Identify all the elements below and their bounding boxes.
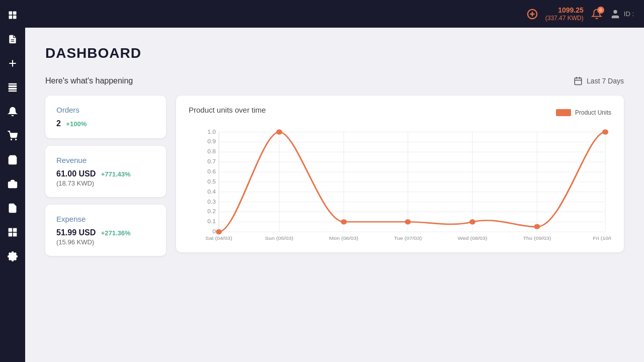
- svg-rect-15: [9, 182, 17, 188]
- sidebar-item-inventory[interactable]: [5, 80, 20, 95]
- svg-text:0.9: 0.9: [207, 139, 216, 144]
- svg-rect-25: [575, 78, 582, 85]
- chart-svg: 1.0 0.9 0.8 0.7 0.6 0.5 0.4 0.3 0.2 0.1 …: [189, 127, 611, 242]
- expense-card-value: 51.99 USD +271.36%: [56, 228, 155, 237]
- svg-point-64: [602, 129, 608, 134]
- svg-text:0.7: 0.7: [207, 159, 216, 164]
- sidebar-item-briefcase[interactable]: [5, 176, 20, 192]
- svg-rect-19: [14, 233, 17, 236]
- legend-label: Product Units: [575, 109, 611, 116]
- svg-rect-3: [13, 16, 17, 19]
- svg-rect-18: [9, 233, 12, 236]
- sidebar-item-add[interactable]: [5, 56, 20, 71]
- user-id-label: ID :: [624, 10, 634, 18]
- svg-rect-0: [9, 12, 13, 15]
- main-content: DASHBOARD Here's what's happening Last 7…: [25, 28, 644, 362]
- svg-point-12: [11, 139, 12, 140]
- svg-text:0: 0: [212, 229, 216, 234]
- balance-display: 1099.25 (337.47 KWD): [545, 6, 584, 23]
- chart-legend: Product Units: [556, 109, 611, 116]
- svg-text:0.4: 0.4: [207, 189, 216, 194]
- orders-card: Orders 2 +100%: [45, 96, 166, 138]
- svg-point-61: [405, 219, 411, 224]
- revenue-sub: (18.73 KWD): [56, 179, 155, 187]
- svg-point-63: [534, 224, 540, 229]
- user-menu[interactable]: ID :: [610, 9, 634, 20]
- orders-change: +100%: [66, 120, 87, 128]
- svg-rect-2: [9, 16, 13, 19]
- svg-text:Mon (06/03): Mon (06/03): [329, 235, 358, 240]
- sidebar-item-settings[interactable]: [5, 249, 20, 264]
- svg-rect-11: [9, 90, 17, 92]
- svg-text:Thu (09/03): Thu (09/03): [523, 235, 551, 240]
- svg-text:Sun (05/03): Sun (05/03): [265, 235, 293, 240]
- svg-point-24: [613, 10, 617, 13]
- orders-card-value: 2 +100%: [56, 119, 155, 128]
- expense-card-title: Expense: [56, 215, 155, 223]
- expense-change: +271.36%: [101, 229, 131, 237]
- sidebar-item-scan[interactable]: [5, 225, 20, 240]
- date-filter-button[interactable]: Last 7 Days: [574, 76, 624, 85]
- svg-point-13: [16, 139, 17, 140]
- svg-text:0.8: 0.8: [207, 149, 216, 154]
- page-title: DASHBOARD: [45, 45, 624, 61]
- svg-text:0.2: 0.2: [207, 209, 216, 214]
- svg-text:1.0: 1.0: [207, 129, 216, 134]
- revenue-card-title: Revenue: [56, 156, 155, 164]
- section-subtitle: Here's what's happening: [45, 76, 133, 85]
- orders-card-title: Orders: [56, 106, 155, 114]
- content-row: Orders 2 +100% Revenue 61.00 USD +771.43…: [45, 96, 624, 256]
- svg-text:Tue (07/03): Tue (07/03): [394, 235, 422, 240]
- svg-rect-17: [14, 229, 17, 232]
- svg-point-60: [341, 219, 347, 224]
- svg-rect-1: [13, 12, 17, 15]
- svg-point-59: [276, 129, 282, 134]
- stats-cards: Orders 2 +100% Revenue 61.00 USD +771.43…: [45, 96, 166, 256]
- balance-usd: 1099.25: [558, 6, 584, 15]
- svg-text:0.3: 0.3: [207, 199, 216, 204]
- svg-text:0.5: 0.5: [207, 179, 216, 185]
- sidebar-item-reports[interactable]: [5, 32, 20, 47]
- sidebar-item-store[interactable]: [5, 152, 20, 167]
- svg-rect-16: [9, 229, 12, 232]
- sidebar-item-notifications[interactable]: [5, 104, 20, 119]
- svg-text:0.6: 0.6: [207, 169, 216, 174]
- chart-container: 1.0 0.9 0.8 0.7 0.6 0.5 0.4 0.3 0.2 0.1 …: [189, 127, 611, 242]
- svg-text:0.1: 0.1: [207, 219, 216, 224]
- svg-text:Sat (04/03): Sat (04/03): [205, 235, 232, 240]
- svg-rect-8: [9, 85, 17, 87]
- revenue-change: +771.43%: [101, 170, 131, 178]
- add-balance-button[interactable]: [527, 9, 538, 20]
- sidebar-item-dashboard[interactable]: [5, 8, 20, 23]
- svg-rect-9: [9, 88, 17, 89]
- legend-color: [556, 109, 571, 116]
- date-filter-label: Last 7 Days: [587, 77, 624, 85]
- sidebar-item-documents[interactable]: [5, 201, 20, 216]
- expense-card: Expense 51.99 USD +271.36% (15.96 KWD): [45, 205, 166, 256]
- chart-title: Product units over time: [189, 106, 266, 114]
- topbar: 1099.25 (337.47 KWD) 0 ID :: [25, 0, 644, 28]
- section-header: Here's what's happening Last 7 Days: [45, 76, 624, 85]
- revenue-card-value: 61.00 USD +771.43%: [56, 169, 155, 178]
- sidebar-item-cart[interactable]: [5, 128, 20, 143]
- svg-rect-10: [9, 83, 17, 85]
- svg-point-62: [469, 219, 475, 224]
- notifications-button[interactable]: 0: [591, 9, 602, 20]
- notification-count: 0: [597, 7, 604, 14]
- chart-card: Product units over time Product Units: [176, 96, 624, 252]
- svg-point-58: [216, 229, 222, 234]
- sidebar: [0, 0, 25, 362]
- balance-kwd: (337.47 KWD): [545, 15, 584, 23]
- revenue-card: Revenue 61.00 USD +771.43% (18.73 KWD): [45, 146, 166, 197]
- svg-text:Fri (10/03): Fri (10/03): [593, 235, 611, 240]
- expense-sub: (15.96 KWD): [56, 238, 155, 246]
- svg-text:Wed (08/03): Wed (08/03): [457, 235, 487, 240]
